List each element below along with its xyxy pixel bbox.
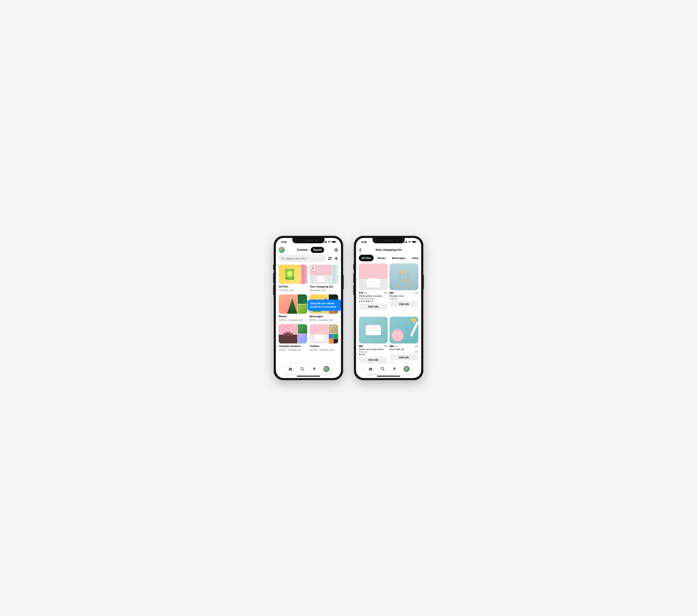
board-meta: All products 12m (310, 289, 338, 292)
search-placeholder: Search your Pins (286, 257, 306, 260)
more-icon[interactable]: ••• (384, 344, 388, 348)
search-input[interactable]: Search your Pins (279, 255, 325, 262)
svg-rect-21 (405, 242, 405, 243)
rating-stars: ★★★ (359, 353, 365, 356)
svg-line-10 (283, 259, 284, 260)
phone-frame-left: 8:08 Created Saved (274, 236, 343, 380)
status-time: 8:08 (361, 240, 367, 244)
more-icon[interactable]: ••• (415, 344, 418, 348)
filter-icon[interactable] (328, 257, 332, 260)
product-name: White leather sneakers (359, 295, 388, 297)
svg-rect-3 (326, 241, 327, 243)
product-name: Wooden stool (389, 295, 418, 297)
board-title: Clothes (310, 344, 338, 348)
board-meta: 164 Pins · 6 sections 12m (310, 349, 338, 351)
home-indicator[interactable] (377, 376, 400, 377)
settings-icon[interactable] (334, 248, 338, 252)
board-plants[interactable]: Plants 123 Pins · 5 sections 20m (279, 294, 307, 321)
visit-site-button[interactable]: Visit site (389, 354, 418, 361)
home-icon[interactable] (288, 367, 293, 371)
notifications-icon[interactable] (392, 367, 397, 371)
svg-rect-20 (404, 242, 404, 243)
tab-bar (365, 364, 413, 374)
visit-site-button[interactable]: Visit site (359, 357, 388, 363)
board-title: All Pins (279, 285, 307, 288)
chip-plants[interactable]: Plants (375, 255, 388, 261)
product-brand: Pretty Ni (359, 351, 388, 353)
screen-right: 8:08 Your shopping list (356, 238, 421, 378)
search-icon (282, 257, 284, 260)
svg-rect-5 (332, 241, 335, 243)
product-brand: Pretty Nice Kicks (359, 297, 388, 300)
home-icon[interactable] (368, 367, 373, 371)
chip-beverages[interactable]: Beverages (389, 255, 408, 261)
search-tab-icon[interactable] (300, 367, 305, 371)
svg-rect-1 (324, 242, 325, 243)
orig-price: $75 (394, 345, 398, 348)
product-card[interactable]: $85 ••• White vecro strap shoes Pretty N… (359, 317, 388, 363)
home-indicator[interactable] (297, 376, 320, 377)
board-title: Your shopping list (310, 285, 338, 288)
notifications-icon[interactable] (312, 367, 316, 371)
board-vacation[interactable]: Vacation location 79 Pins · 7 sections 4… (279, 324, 307, 351)
visit-site-button[interactable]: Visit site (389, 301, 418, 307)
profile-tab-avatar[interactable] (404, 366, 409, 371)
chip-all-pins[interactable]: All Pins (359, 255, 374, 261)
content-tabs: Created Saved (286, 247, 332, 253)
svg-rect-23 (406, 241, 407, 243)
page-title: Your shopping list (359, 248, 418, 252)
screen-left: 8:08 Created Saved (276, 238, 341, 378)
avatar[interactable] (279, 247, 285, 253)
svg-rect-6 (336, 241, 336, 242)
svg-line-28 (383, 369, 384, 371)
svg-point-8 (336, 249, 337, 250)
chip-vacation[interactable]: Vacation (410, 255, 418, 261)
board-meta: 123 Pins · 5 sections 20m (279, 319, 307, 321)
review-count: 53 (370, 300, 373, 303)
svg-point-14 (328, 259, 330, 260)
svg-marker-7 (335, 248, 338, 251)
svg-rect-17 (312, 268, 314, 269)
board-clothes[interactable]: Clothes 164 Pins · 6 sections 12m (310, 324, 338, 351)
product-card[interactable]: $78$92 ••• White leather sneakers Pretty… (359, 263, 388, 310)
more-icon[interactable]: ••• (384, 291, 388, 294)
profile-header: Created Saved (279, 246, 338, 255)
rating-stars: ★★★★⯪ (359, 300, 370, 303)
wifi-icon (328, 241, 331, 243)
review-count: 30+ (389, 351, 418, 353)
svg-rect-26 (416, 241, 416, 242)
visit-site-button[interactable]: Visit site (359, 304, 388, 310)
svg-rect-2 (325, 241, 326, 243)
notch (292, 238, 324, 243)
wifi-icon (408, 241, 411, 243)
profile-tab-avatar[interactable] (324, 366, 329, 371)
notch (373, 238, 405, 243)
tab-saved[interactable]: Saved (311, 247, 324, 253)
product-brand: Loftiture (389, 297, 418, 300)
more-icon[interactable]: ••• (415, 291, 418, 294)
price: $84 (389, 291, 394, 294)
tab-created[interactable]: Created (295, 247, 310, 253)
svg-rect-0 (324, 242, 324, 243)
board-meta: 1,234 Pins 10m (279, 289, 307, 292)
back-icon[interactable] (359, 248, 364, 251)
board-meta: 62 Pins · 3 sections 10m (310, 319, 338, 321)
add-icon[interactable] (334, 256, 338, 260)
board-meta: 79 Pins · 7 sections 4d (279, 349, 307, 351)
search-tab-icon[interactable] (380, 367, 385, 371)
nav-bar: Your shopping list (359, 246, 418, 254)
price: $78 (359, 291, 363, 294)
tab-bar (284, 364, 332, 374)
svg-point-12 (330, 257, 331, 258)
board-all-pins[interactable]: All Pins 1,234 Pins 10m (279, 265, 307, 292)
status-time: 8:08 (281, 240, 286, 244)
price: $68 (389, 345, 394, 348)
product-card[interactable]: $68$75 ••• Face roller set 30+ Visit sit… (389, 317, 418, 363)
board-shopping-list[interactable]: Your shopping list All products 12m (310, 265, 338, 292)
price: $85 (359, 345, 363, 348)
product-grid: $78$92 ••• White leather sneakers Pretty… (359, 263, 418, 363)
battery-icon (332, 241, 336, 243)
product-card[interactable]: $84 ••• Wooden stool Loftiture Visit sit… (389, 263, 418, 310)
tooltip-shop-saved: Shop all your saved products in one plac… (308, 299, 341, 311)
filter-chips: All Pins Plants Beverages Vacation C (359, 255, 418, 261)
